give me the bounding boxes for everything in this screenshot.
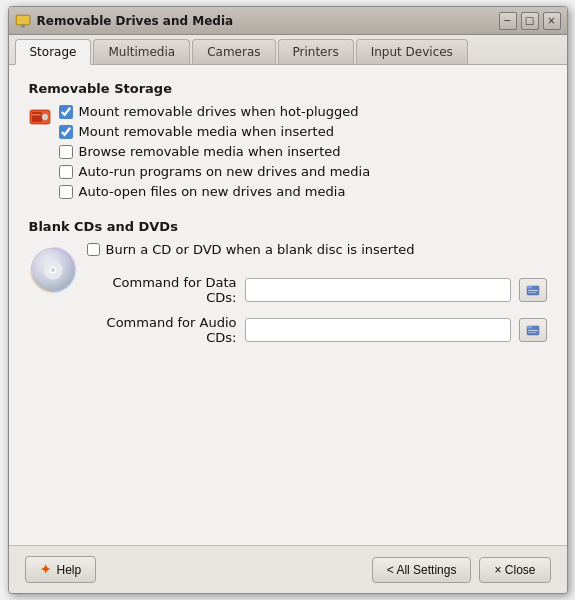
blank-cds-section: Blank CDs and DVDs <box>29 219 547 345</box>
maximize-button[interactable]: □ <box>521 12 539 30</box>
svg-rect-1 <box>17 16 29 24</box>
audio-cd-browse-button[interactable] <box>519 318 547 342</box>
removable-storage-section: Removable Storage <box>29 81 547 199</box>
removable-storage-title: Removable Storage <box>29 81 547 96</box>
svg-rect-6 <box>32 112 42 122</box>
removable-storage-body: Mount removable drives when hot-plugged … <box>29 104 547 199</box>
main-content: Removable Storage <box>9 65 567 545</box>
checkbox-burn-disc[interactable] <box>87 243 100 256</box>
titlebar: Removable Drives and Media − □ × <box>9 7 567 35</box>
tab-multimedia[interactable]: Multimedia <box>93 39 190 64</box>
checkbox-media-inserted[interactable] <box>59 125 73 139</box>
data-cd-input[interactable] <box>245 278 511 302</box>
svg-rect-3 <box>21 26 25 28</box>
checkbox-hot-plug-row: Mount removable drives when hot-plugged <box>59 104 371 119</box>
storage-checkboxes: Mount removable drives when hot-plugged … <box>59 104 371 199</box>
tab-storage[interactable]: Storage <box>15 39 92 65</box>
svg-point-13 <box>51 268 55 272</box>
checkbox-auto-open-label: Auto-open files on new drives and media <box>79 184 346 199</box>
tab-cameras[interactable]: Cameras <box>192 39 275 64</box>
main-window: Removable Drives and Media − □ × Storage… <box>8 6 568 594</box>
svg-point-8 <box>44 116 46 118</box>
bottom-right-buttons: < All Settings × Close <box>372 557 551 583</box>
checkbox-hot-plug-label: Mount removable drives when hot-plugged <box>79 104 359 119</box>
tab-input-devices[interactable]: Input Devices <box>356 39 468 64</box>
data-cd-row: Command for Data CDs: <box>87 275 547 305</box>
titlebar-controls: − □ × <box>499 12 561 30</box>
tab-printers[interactable]: Printers <box>278 39 354 64</box>
window-title: Removable Drives and Media <box>37 14 499 28</box>
checkbox-auto-open-row: Auto-open files on new drives and media <box>59 184 371 199</box>
close-label: × Close <box>494 563 535 577</box>
data-cd-browse-button[interactable] <box>519 278 547 302</box>
audio-cd-input[interactable] <box>245 318 511 342</box>
burn-label: Burn a CD or DVD when a blank disc is in… <box>106 242 415 257</box>
checkbox-browse[interactable] <box>59 145 73 159</box>
removable-drive-icon <box>29 106 51 128</box>
all-settings-label: < All Settings <box>387 563 457 577</box>
svg-rect-9 <box>32 114 41 116</box>
blank-cds-body: Burn a CD or DVD when a blank disc is in… <box>29 242 547 345</box>
tab-bar: Storage Multimedia Cameras Printers Inpu… <box>9 35 567 65</box>
checkbox-auto-open[interactable] <box>59 185 73 199</box>
svg-rect-17 <box>528 292 536 293</box>
close-button[interactable]: × <box>543 12 561 30</box>
burn-checkbox-row: Burn a CD or DVD when a blank disc is in… <box>87 242 547 257</box>
checkbox-hot-plug[interactable] <box>59 105 73 119</box>
all-settings-button[interactable]: < All Settings <box>372 557 472 583</box>
svg-rect-21 <box>528 332 536 333</box>
minimize-button[interactable]: − <box>499 12 517 30</box>
svg-rect-20 <box>528 330 538 331</box>
audio-cd-label: Command for Audio CDs: <box>87 315 237 345</box>
checkbox-auto-run-label: Auto-run programs on new drives and medi… <box>79 164 371 179</box>
bottom-bar: ✦ Help < All Settings × Close <box>9 545 567 593</box>
checkbox-auto-run[interactable] <box>59 165 73 179</box>
checkbox-media-inserted-row: Mount removable media when inserted <box>59 124 371 139</box>
svg-rect-19 <box>527 326 532 329</box>
checkbox-media-inserted-label: Mount removable media when inserted <box>79 124 334 139</box>
close-button-bottom[interactable]: × Close <box>479 557 550 583</box>
blank-cds-fields: Burn a CD or DVD when a blank disc is in… <box>87 242 547 345</box>
checkbox-browse-row: Browse removable media when inserted <box>59 144 371 159</box>
checkbox-browse-label: Browse removable media when inserted <box>79 144 341 159</box>
svg-rect-16 <box>528 290 538 291</box>
checkbox-auto-run-row: Auto-run programs on new drives and medi… <box>59 164 371 179</box>
cd-icon <box>29 246 77 294</box>
audio-cd-row: Command for Audio CDs: <box>87 315 547 345</box>
help-button[interactable]: ✦ Help <box>25 556 97 583</box>
window-icon <box>15 13 31 29</box>
data-cd-label: Command for Data CDs: <box>87 275 237 305</box>
help-icon: ✦ <box>40 562 51 577</box>
blank-cds-title: Blank CDs and DVDs <box>29 219 547 234</box>
help-label: Help <box>57 563 82 577</box>
svg-rect-15 <box>527 286 532 289</box>
